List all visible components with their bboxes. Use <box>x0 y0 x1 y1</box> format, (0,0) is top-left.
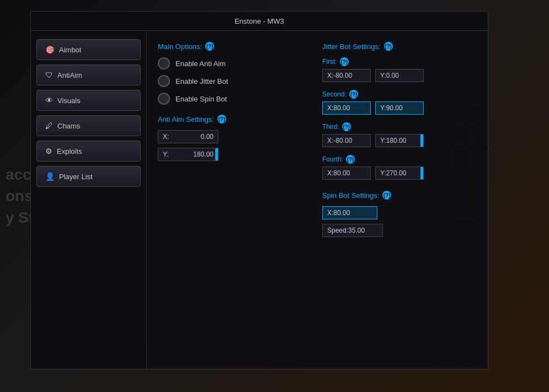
spin-bot-header: Spin Bot Settings: (?) <box>322 191 477 200</box>
sidebar-label-aimbot: Aimbot <box>59 46 81 54</box>
jitter-row-third: Third: (?) X: -80.00 Y: 180.00 <box>322 122 477 147</box>
anti-aim-x-input[interactable]: X: 0.00 <box>158 130 218 143</box>
right-panel: Jitter Bot Settings: (?) First: (?) X: -… <box>322 42 477 358</box>
jitter-third-help[interactable]: (?) <box>342 122 351 131</box>
toggle-label-anti-aim: Enable Anti Aim <box>175 60 226 68</box>
window-title: Enstone - MW3 <box>234 17 284 25</box>
spin-bot-help[interactable]: (?) <box>382 191 391 200</box>
jitter-second-help[interactable]: (?) <box>349 90 358 99</box>
sidebar-item-exploits[interactable]: ⚙ Exploits <box>36 141 141 162</box>
anti-aim-settings-title: Anti Aim Settings: <box>158 115 214 123</box>
anti-aim-y-input[interactable]: Y: 180.00 <box>158 148 218 161</box>
jitter-fourth-y[interactable]: Y: 270.00 <box>375 167 424 180</box>
jitter-row-fourth: Fourth: (?) X: 80.00 Y: 270.00 <box>322 155 477 180</box>
sidebar-label-visuals: Visuals <box>57 96 81 105</box>
toggle-enable-spin-bot[interactable]: Enable Spin Bot <box>158 93 300 105</box>
aimbot-icon: 🎯 <box>45 45 55 54</box>
sidebar: 🎯 Aimbot 🛡 AntiAim 👁 Visuals 🖊 Chams ⚙ E… <box>31 31 147 369</box>
jitter-first-help[interactable]: (?) <box>340 57 349 66</box>
jitter-third-y-bar <box>420 135 423 147</box>
sidebar-item-playerlist[interactable]: 👤 Player List <box>36 166 141 187</box>
jitter-first-label: First: (?) <box>322 57 477 66</box>
window-body: 🎯 Aimbot 🛡 AntiAim 👁 Visuals 🖊 Chams ⚙ E… <box>31 31 488 369</box>
jitter-second-label: Second: (?) <box>322 90 477 99</box>
anti-aim-y-row: Y: 180.00 <box>158 148 300 161</box>
exploits-icon: ⚙ <box>45 147 52 155</box>
jitter-third-x[interactable]: X: -80.00 <box>322 134 371 147</box>
anti-aim-settings-help[interactable]: (?) <box>217 115 226 123</box>
anti-aim-y-label: Y: <box>163 151 169 158</box>
anti-aim-x-row: X: 0.00 <box>158 130 300 143</box>
jitter-fourth-y-bar <box>420 167 423 179</box>
anti-aim-x-value: 0.00 <box>201 133 214 141</box>
jitter-third-inputs: X: -80.00 Y: 180.00 <box>322 134 477 147</box>
main-options-header: Main Options: (?) <box>158 42 300 51</box>
anti-aim-y-slider <box>215 148 218 160</box>
sidebar-item-aimbot[interactable]: 🎯 Aimbot <box>36 39 141 60</box>
spin-bot-title: Spin Bot Settings: <box>322 191 379 200</box>
jitter-third-y[interactable]: Y: 180.00 <box>375 134 424 147</box>
toggle-label-spin-bot: Enable Spin Bot <box>175 95 227 103</box>
chams-icon: 🖊 <box>45 121 53 130</box>
main-content: Main Options: (?) Enable Anti Aim Enable… <box>147 31 488 369</box>
spin-speed-row: Speed: 35.00 <box>322 224 477 237</box>
anti-aim-settings-group: Anti Aim Settings: (?) X: 0.00 Y: 180.00 <box>158 115 300 161</box>
jitter-first-x[interactable]: X: -80.00 <box>322 69 371 82</box>
anti-aim-y-value: 180.00 <box>193 151 214 158</box>
jitter-third-label: Third: (?) <box>322 122 477 131</box>
jitter-bot-help[interactable]: (?) <box>384 42 393 51</box>
jitter-fourth-x[interactable]: X: 80.00 <box>322 167 371 180</box>
jitter-row-second: Second: (?) X: 80.00 Y: 90.00 <box>322 90 477 115</box>
toggle-circle-anti-aim[interactable] <box>158 57 170 69</box>
spin-x-row: X: 80.00 <box>322 206 477 219</box>
jitter-row-first: First: (?) X: -80.00 Y: 0.00 <box>322 57 477 82</box>
jitter-bot-header: Jitter Bot Settings: (?) <box>322 42 477 51</box>
main-window: Enstone - MW3 🎯 Aimbot 🛡 AntiAim 👁 Visua… <box>30 11 488 369</box>
jitter-fourth-inputs: X: 80.00 Y: 270.00 <box>322 167 477 180</box>
jitter-second-y[interactable]: Y: 90.00 <box>375 101 424 115</box>
sidebar-label-chams: Chams <box>57 122 80 130</box>
toggle-circle-spin-bot[interactable] <box>158 93 170 105</box>
jitter-fourth-help[interactable]: (?) <box>346 155 355 164</box>
sidebar-item-antiaim[interactable]: 🛡 AntiAim <box>36 65 141 85</box>
sidebar-label-exploits: Exploits <box>57 147 82 155</box>
toggle-enable-anti-aim[interactable]: Enable Anti Aim <box>158 57 300 69</box>
jitter-second-inputs: X: 80.00 Y: 90.00 <box>322 101 477 115</box>
jitter-second-x[interactable]: X: 80.00 <box>322 101 371 115</box>
left-panel: Main Options: (?) Enable Anti Aim Enable… <box>158 42 300 358</box>
anti-aim-x-label: X: <box>163 133 169 141</box>
main-options-help[interactable]: (?) <box>205 42 214 51</box>
jitter-first-y[interactable]: Y: 0.00 <box>375 69 424 82</box>
sidebar-label-antiaim: AntiAim <box>57 71 82 79</box>
spin-x-input[interactable]: X: 80.00 <box>322 206 377 219</box>
title-bar: Enstone - MW3 <box>31 12 488 31</box>
anti-aim-settings-header: Anti Aim Settings: (?) <box>158 115 300 123</box>
visuals-icon: 👁 <box>45 96 53 105</box>
antiaim-icon: 🛡 <box>45 71 53 79</box>
main-options-title: Main Options: <box>158 42 202 51</box>
jitter-bot-title: Jitter Bot Settings: <box>322 42 381 51</box>
spin-speed-input[interactable]: Speed: 35.00 <box>322 224 383 237</box>
toggle-circle-jitter-bot[interactable] <box>158 75 170 87</box>
sidebar-label-playerlist: Player List <box>59 173 93 181</box>
spin-bot-settings: Spin Bot Settings: (?) X: 80.00 Speed: 3… <box>322 191 477 237</box>
toggle-label-jitter-bot: Enable Jitter Bot <box>175 77 228 85</box>
playerlist-icon: 👤 <box>45 172 55 181</box>
sidebar-item-visuals[interactable]: 👁 Visuals <box>36 90 141 111</box>
sidebar-item-chams[interactable]: 🖊 Chams <box>36 115 141 136</box>
toggle-enable-jitter-bot[interactable]: Enable Jitter Bot <box>158 75 300 87</box>
jitter-fourth-label: Fourth: (?) <box>322 155 477 164</box>
jitter-first-inputs: X: -80.00 Y: 0.00 <box>322 69 477 82</box>
